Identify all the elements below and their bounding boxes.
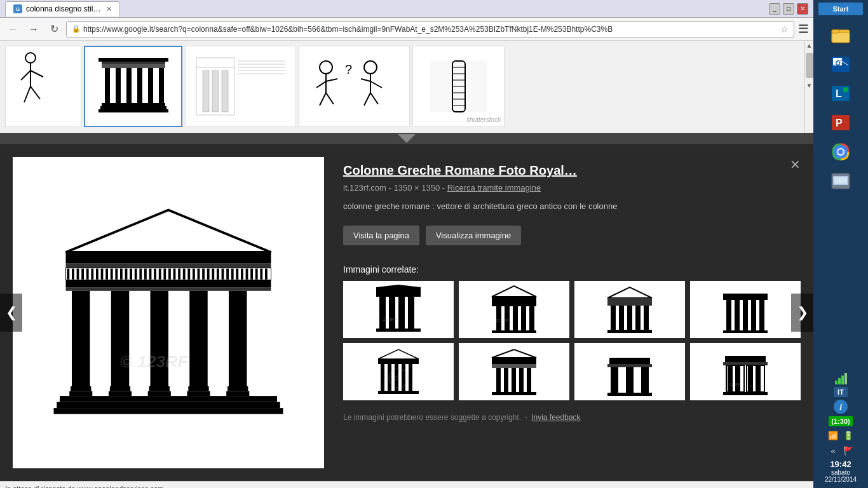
svg-rect-159 [627,306,632,330]
svg-rect-2 [832,30,839,33]
scroll-up-arrow[interactable]: ▲ [805,41,813,50]
reverse-image-search-link[interactable]: Ricerca tramite immagine [447,183,541,193]
svg-rect-99 [198,269,200,280]
related-image-7[interactable] [574,343,685,400]
browser-tab[interactable]: G colonna disegno stilizz... ✕ [5,1,120,17]
svg-text:123RF: 123RF [729,383,741,386]
maximize-button[interactable]: □ [783,3,794,15]
related-image-8[interactable]: 123RF [690,343,801,400]
svg-text:© 123RF: © 123RF [120,352,189,371]
browser-menu-icon[interactable]: ☰ [798,22,808,36]
related-image-3[interactable] [574,281,685,338]
strip-image-4[interactable]: ? [299,46,410,127]
strip-image-5[interactable]: shutterstock [412,46,505,127]
feedback-link[interactable]: Invia feedback [531,413,580,422]
next-image-button[interactable]: ❯ [791,294,813,332]
tray-icons-row: 📶 🔋 [827,429,855,442]
strip-image-1[interactable] [5,46,81,127]
svg-rect-128 [229,291,247,388]
svg-rect-160 [635,306,641,330]
svg-rect-87 [139,269,142,280]
start-button[interactable]: Start [818,3,863,15]
svg-rect-112 [260,269,262,280]
svg-rect-85 [130,269,132,280]
svg-rect-115 [66,287,271,291]
url-bar[interactable]: 🔒 https://www.google.it/search?q=colonna… [66,21,794,37]
system-clock[interactable]: 19:42 sabato 22/11/2014 [825,459,857,483]
svg-rect-124 [148,391,171,396]
image-strip-scrollbar[interactable]: ▲ ▼ [804,41,813,133]
taskbar-icon-lync[interactable]: L [827,80,854,107]
action-buttons: Visita la pagina Visualizza immagine [343,226,801,245]
taskbar-icon-powerpoint[interactable]: P [827,109,854,136]
back-button[interactable]: ← [5,21,22,37]
svg-rect-25 [102,64,165,68]
strip-image-2[interactable] [84,46,182,127]
tray-expand-icon[interactable]: « [827,444,839,457]
taskbar-icon-window-manager[interactable] [827,168,854,194]
related-image-1[interactable]: 123RF [343,281,454,338]
tray-signal-icon: 📶 [827,429,839,442]
svg-rect-107 [236,269,238,280]
svg-line-55 [370,81,382,88]
prev-image-button[interactable]: ❮ [0,294,22,332]
visit-page-button[interactable]: Visita la pagina [343,226,419,245]
related-image-4[interactable] [690,281,801,338]
close-button[interactable]: ✕ [797,3,808,15]
svg-rect-76 [86,269,89,280]
tray-row-2: « 🚩 [827,444,855,457]
taskbar-icon-chrome[interactable] [827,139,854,165]
svg-text:©: © [395,375,400,382]
svg-rect-97 [187,269,190,280]
clock-time: 19:42 [825,459,857,469]
strip-image-3[interactable] [185,46,296,127]
scroll-down-arrow[interactable]: ▼ [805,81,813,90]
image-title[interactable]: Colonne Greche Romane Foto Royal… [343,163,801,178]
system-tray: IT i (1:30) 📶 🔋 « 🚩 19:42 sabato 22/11/2… [825,373,857,485]
minimize-button[interactable]: _ [769,3,780,15]
svg-rect-30 [148,68,153,103]
refresh-button[interactable]: ↻ [46,21,62,37]
svg-line-48 [326,79,337,81]
forward-button[interactable]: → [25,21,42,37]
related-image-5[interactable]: © [343,343,454,400]
taskbar-icon-explorer[interactable] [827,22,854,48]
svg-rect-92 [163,269,166,280]
svg-rect-156 [607,298,652,306]
svg-rect-8 [843,87,848,92]
related-image-6[interactable] [459,343,569,400]
locale-button[interactable]: IT [834,387,848,397]
window-controls: _ □ ✕ [769,3,808,15]
svg-rect-103 [217,269,219,280]
svg-rect-179 [378,391,419,394]
taskbar-icon-outlook[interactable]: O [827,51,854,78]
svg-rect-23 [98,58,168,62]
svg-rect-81 [111,269,113,280]
svg-rect-93 [168,269,171,280]
svg-rect-95 [178,269,180,280]
tab-close-button[interactable]: ✕ [106,5,112,13]
svg-rect-100 [202,269,205,280]
close-detail-button[interactable]: ✕ [790,157,801,172]
info-icon[interactable]: i [834,400,848,414]
url-bookmark-icon[interactable]: ☆ [780,24,789,34]
svg-rect-139 [389,297,395,329]
svg-rect-204 [735,365,740,392]
svg-rect-24 [102,62,165,64]
image-strip: ? [0,41,813,133]
svg-rect-140 [398,297,405,329]
svg-point-13 [838,149,843,154]
svg-text:123RF: 123RF [383,316,398,322]
svg-rect-193 [609,358,650,364]
related-images-grid: 123RF 123RF [343,281,801,400]
related-image-2[interactable]: 123RF [459,281,569,338]
svg-rect-208 [723,392,768,395]
svg-rect-119 [111,291,130,388]
view-image-button[interactable]: Visualizza immagine [426,226,521,245]
tab-favicon: G [13,4,22,13]
svg-rect-122 [151,291,169,388]
svg-rect-72 [67,269,69,280]
expand-arrow-icon [398,134,416,143]
svg-rect-82 [115,269,118,280]
scroll-thumb[interactable] [806,53,813,78]
